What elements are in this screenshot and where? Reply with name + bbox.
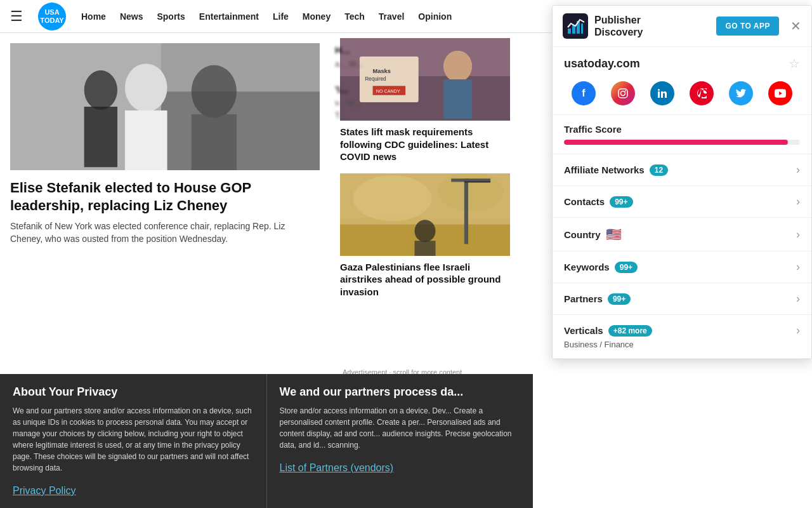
affiliate-networks-label: Affiliate Networks — [564, 164, 645, 175]
verticals-label: Verticals — [564, 325, 603, 336]
svg-text:Masks: Masks — [373, 68, 391, 74]
partners-label: Partners — [564, 293, 603, 304]
logo-text: USATODAY — [40, 8, 63, 23]
pinterest-icon[interactable] — [690, 81, 714, 105]
svg-rect-23 — [464, 178, 468, 244]
country-row[interactable]: Country 🇺🇸 › — [553, 218, 811, 251]
svg-point-21 — [353, 175, 432, 221]
privacy-right-text: Store and/or access information on a dev… — [280, 405, 521, 451]
contacts-chevron: › — [796, 195, 800, 208]
svg-point-34 — [625, 90, 626, 91]
pd-close-button[interactable]: ✕ — [784, 18, 801, 34]
svg-point-33 — [621, 91, 625, 96]
linkedin-icon[interactable] — [650, 81, 674, 105]
nav-life[interactable]: Life — [273, 11, 289, 22]
logo-circle: USATODAY — [38, 3, 66, 30]
traffic-score-section: Traffic Score — [553, 115, 811, 154]
svg-rect-4 — [192, 114, 237, 170]
privacy-title: About Your Privacy — [13, 385, 254, 399]
svg-point-7 — [84, 70, 117, 110]
privacy-right-title: We and our partners process da... — [280, 385, 521, 399]
publisher-discovery-panel: PublisherDiscovery GO TO APP ✕ usatoday.… — [552, 5, 812, 359]
contacts-left: Contacts 99+ — [564, 196, 633, 208]
partners-badge: 99+ — [608, 293, 631, 305]
traffic-score-header: Traffic Score — [564, 124, 800, 135]
traffic-bar-background — [564, 140, 800, 145]
svg-rect-6 — [125, 110, 167, 170]
pd-header: PublisherDiscovery GO TO APP ✕ — [553, 6, 811, 47]
svg-rect-8 — [84, 107, 117, 167]
svg-point-36 — [658, 89, 660, 91]
partners-link[interactable]: List of Partners (vendors) — [280, 462, 394, 473]
svg-point-5 — [125, 64, 167, 112]
verticals-badge: +82 more — [608, 325, 652, 337]
facebook-icon[interactable]: f — [572, 81, 596, 105]
instagram-icon[interactable] — [611, 81, 635, 105]
verticals-sub: Business / Finance — [564, 337, 634, 349]
svg-point-16 — [443, 51, 472, 82]
pd-logo-name: PublisherDiscovery — [594, 14, 643, 38]
svg-rect-35 — [658, 91, 660, 98]
svg-rect-27 — [415, 241, 436, 256]
site-logo: USATODAY — [38, 3, 66, 30]
nav-tech[interactable]: Tech — [344, 11, 365, 22]
hamburger-icon[interactable]: ☰ — [10, 8, 23, 25]
twitter-icon[interactable] — [729, 81, 753, 105]
nav-links: Home News Sports Entertainment Life Mone… — [81, 11, 452, 22]
keywords-left: Keywords 99+ — [564, 262, 638, 273]
svg-rect-28 — [568, 29, 571, 34]
traffic-bar-fill — [564, 140, 788, 145]
privacy-text: We and our partners store and/or access … — [13, 405, 254, 474]
pd-logo-icon — [563, 13, 588, 39]
contacts-row[interactable]: Contacts 99+ › — [553, 186, 811, 218]
country-label: Country — [564, 229, 601, 240]
nav-money[interactable]: Money — [303, 11, 331, 22]
partners-left: Partners 99+ — [564, 293, 631, 305]
article-masks-title: States lift mask requirements following … — [340, 126, 510, 163]
affiliate-networks-row[interactable]: Affiliate Networks 12 › — [553, 154, 811, 186]
verticals-row[interactable]: Verticals +82 more › Business / Finance — [553, 315, 811, 359]
contacts-label: Contacts — [564, 196, 605, 207]
affiliate-networks-chevron: › — [796, 163, 800, 177]
youtube-icon[interactable] — [768, 81, 792, 105]
nav-travel[interactable]: Travel — [379, 11, 404, 22]
traffic-score-label: Traffic Score — [564, 124, 622, 135]
nav-home[interactable]: Home — [81, 11, 106, 22]
privacy-policy-link[interactable]: Privacy Policy — [13, 485, 76, 496]
left-article-desc: Stefanik of New York was elected confere… — [10, 220, 320, 245]
country-flag: 🇺🇸 — [606, 227, 622, 242]
keywords-chevron: › — [796, 260, 800, 274]
svg-text:NO CANDY: NO CANDY — [376, 88, 400, 94]
keywords-row[interactable]: Keywords 99+ › — [553, 251, 811, 283]
privacy-banner: About Your Privacy We and our partners s… — [0, 374, 533, 508]
nav-news[interactable]: News — [120, 11, 143, 22]
nav-sports[interactable]: Sports — [157, 11, 185, 22]
article-masks: Masks Required NO CANDY States lift mask… — [340, 38, 510, 163]
svg-rect-32 — [619, 89, 627, 98]
country-chevron: › — [796, 228, 800, 241]
verticals-left: Verticals +82 more — [564, 325, 652, 337]
pd-logo-area: PublisherDiscovery — [563, 13, 643, 39]
svg-point-26 — [415, 220, 436, 242]
article-gaza-title: Gaza Palestinians flee Israeli airstrike… — [340, 261, 510, 298]
article-gaza: Gaza Palestinians flee Israeli airstrike… — [340, 173, 510, 298]
article-masks-image: Masks Required NO CANDY — [340, 38, 510, 121]
main-nav: Home News Sports Entertainment Life Mone… — [81, 11, 452, 22]
svg-text:Required: Required — [365, 76, 386, 82]
go-to-app-button[interactable]: GO TO APP — [716, 17, 779, 36]
nav-opinion[interactable]: Opinion — [418, 11, 452, 22]
country-left: Country 🇺🇸 — [564, 227, 622, 242]
article-gaza-image — [340, 173, 510, 256]
affiliate-networks-left: Affiliate Networks 12 — [564, 164, 668, 176]
privacy-left: About Your Privacy We and our partners s… — [0, 374, 266, 508]
partners-chevron: › — [796, 292, 800, 305]
partners-row[interactable]: Partners 99+ › — [553, 283, 811, 315]
nav-entertainment[interactable]: Entertainment — [199, 11, 259, 22]
left-article-title: Elise Stefanik elected to House GOP lead… — [10, 179, 320, 214]
pd-logo-text-area: PublisherDiscovery — [594, 14, 643, 38]
verticals-chevron: › — [796, 324, 800, 337]
left-article-image — [10, 43, 320, 170]
svg-rect-17 — [443, 79, 472, 119]
pd-favorite-star[interactable]: ☆ — [789, 56, 800, 71]
affiliate-networks-badge: 12 — [650, 164, 668, 176]
